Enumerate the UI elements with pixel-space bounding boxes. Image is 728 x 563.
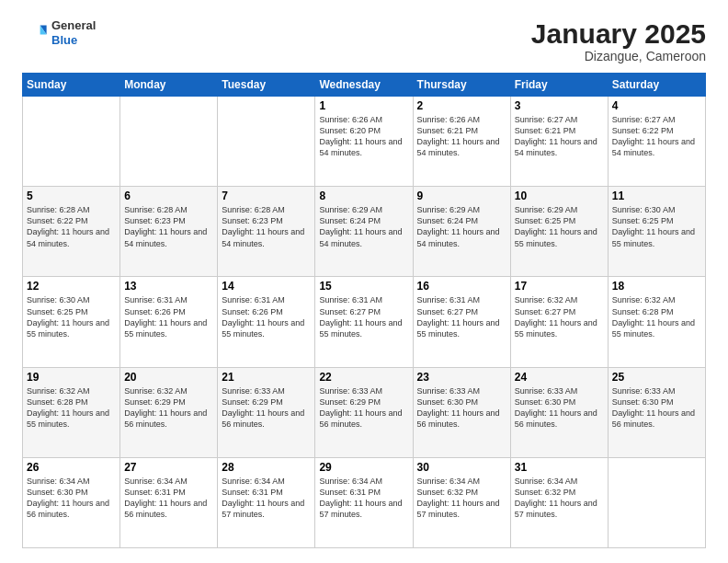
table-row: 4Sunrise: 6:27 AM Sunset: 6:22 PM Daylig…: [608, 97, 705, 187]
day-info: Sunrise: 6:32 AM Sunset: 6:27 PM Dayligh…: [515, 294, 604, 339]
day-info: Sunrise: 6:33 AM Sunset: 6:29 PM Dayligh…: [319, 385, 408, 431]
table-row: 15Sunrise: 6:31 AM Sunset: 6:27 PM Dayli…: [315, 277, 413, 367]
day-number: 12: [27, 280, 116, 293]
table-row: 13Sunrise: 6:31 AM Sunset: 6:26 PM Dayli…: [120, 277, 218, 367]
day-number: 19: [27, 371, 116, 384]
day-number: 25: [612, 371, 701, 384]
month-title: January 2025: [531, 18, 706, 49]
table-row: 2Sunrise: 6:26 AM Sunset: 6:21 PM Daylig…: [413, 97, 510, 187]
col-sunday: Sunday: [23, 74, 120, 97]
table-row: 21Sunrise: 6:33 AM Sunset: 6:29 PM Dayli…: [218, 367, 315, 457]
day-info: Sunrise: 6:33 AM Sunset: 6:30 PM Dayligh…: [515, 385, 604, 431]
table-row: 10Sunrise: 6:29 AM Sunset: 6:25 PM Dayli…: [510, 187, 608, 277]
col-tuesday: Tuesday: [218, 74, 315, 97]
table-row: 20Sunrise: 6:32 AM Sunset: 6:29 PM Dayli…: [120, 367, 218, 457]
day-info: Sunrise: 6:28 AM Sunset: 6:23 PM Dayligh…: [222, 204, 311, 249]
col-thursday: Thursday: [413, 74, 510, 97]
day-info: Sunrise: 6:30 AM Sunset: 6:25 PM Dayligh…: [27, 294, 116, 339]
logo: General Blue: [22, 18, 96, 47]
table-row: 25Sunrise: 6:33 AM Sunset: 6:30 PM Dayli…: [608, 367, 705, 457]
table-row: [218, 97, 315, 187]
table-row: [23, 97, 120, 187]
day-number: 8: [319, 190, 408, 202]
week-row-3: 12Sunrise: 6:30 AM Sunset: 6:25 PM Dayli…: [23, 277, 706, 367]
day-info: Sunrise: 6:27 AM Sunset: 6:22 PM Dayligh…: [612, 114, 701, 159]
day-number: 7: [222, 190, 311, 202]
table-row: 30Sunrise: 6:34 AM Sunset: 6:32 PM Dayli…: [413, 457, 510, 547]
table-row: 24Sunrise: 6:33 AM Sunset: 6:30 PM Dayli…: [510, 367, 608, 457]
day-info: Sunrise: 6:34 AM Sunset: 6:31 PM Dayligh…: [319, 476, 408, 521]
table-row: 6Sunrise: 6:28 AM Sunset: 6:23 PM Daylig…: [120, 187, 218, 277]
day-info: Sunrise: 6:32 AM Sunset: 6:28 PM Dayligh…: [612, 294, 701, 339]
table-row: 16Sunrise: 6:31 AM Sunset: 6:27 PM Dayli…: [413, 277, 510, 367]
day-number: 23: [417, 371, 506, 384]
day-number: 21: [222, 371, 311, 384]
day-info: Sunrise: 6:28 AM Sunset: 6:22 PM Dayligh…: [27, 204, 116, 249]
day-info: Sunrise: 6:31 AM Sunset: 6:26 PM Dayligh…: [124, 294, 213, 339]
day-number: 9: [417, 190, 506, 202]
table-row: 12Sunrise: 6:30 AM Sunset: 6:25 PM Dayli…: [23, 277, 120, 367]
day-number: 16: [417, 280, 506, 293]
table-row: 27Sunrise: 6:34 AM Sunset: 6:31 PM Dayli…: [120, 457, 218, 547]
day-number: 13: [124, 280, 213, 293]
col-monday: Monday: [120, 74, 218, 97]
day-info: Sunrise: 6:31 AM Sunset: 6:26 PM Dayligh…: [222, 294, 311, 339]
day-info: Sunrise: 6:31 AM Sunset: 6:27 PM Dayligh…: [319, 294, 408, 339]
day-info: Sunrise: 6:28 AM Sunset: 6:23 PM Dayligh…: [124, 204, 213, 249]
logo-blue-text: Blue: [51, 33, 96, 48]
day-info: Sunrise: 6:29 AM Sunset: 6:24 PM Dayligh…: [417, 204, 506, 249]
col-friday: Friday: [510, 74, 608, 97]
logo-general-text: General: [51, 18, 96, 33]
calendar-body: 1Sunrise: 6:26 AM Sunset: 6:20 PM Daylig…: [23, 97, 706, 548]
table-row: 11Sunrise: 6:30 AM Sunset: 6:25 PM Dayli…: [608, 187, 705, 277]
table-row: 29Sunrise: 6:34 AM Sunset: 6:31 PM Dayli…: [315, 457, 413, 547]
table-row: 19Sunrise: 6:32 AM Sunset: 6:28 PM Dayli…: [23, 367, 120, 457]
day-info: Sunrise: 6:34 AM Sunset: 6:31 PM Dayligh…: [124, 476, 213, 521]
location-subtitle: Dizangue, Cameroon: [531, 49, 706, 63]
day-info: Sunrise: 6:29 AM Sunset: 6:25 PM Dayligh…: [515, 204, 604, 249]
table-row: 23Sunrise: 6:33 AM Sunset: 6:30 PM Dayli…: [413, 367, 510, 457]
table-row: 26Sunrise: 6:34 AM Sunset: 6:30 PM Dayli…: [23, 457, 120, 547]
day-info: Sunrise: 6:32 AM Sunset: 6:28 PM Dayligh…: [27, 385, 116, 431]
day-number: 15: [319, 280, 408, 293]
day-number: 29: [319, 461, 408, 474]
day-info: Sunrise: 6:30 AM Sunset: 6:25 PM Dayligh…: [612, 204, 701, 249]
table-row: 14Sunrise: 6:31 AM Sunset: 6:26 PM Dayli…: [218, 277, 315, 367]
day-info: Sunrise: 6:27 AM Sunset: 6:21 PM Dayligh…: [515, 114, 604, 159]
logo-text: General Blue: [51, 18, 96, 47]
page: General Blue January 2025 Dizangue, Came…: [0, 0, 728, 563]
table-row: 31Sunrise: 6:34 AM Sunset: 6:32 PM Dayli…: [510, 457, 608, 547]
day-number: 5: [27, 190, 116, 202]
day-info: Sunrise: 6:33 AM Sunset: 6:30 PM Dayligh…: [612, 385, 701, 431]
day-number: 30: [417, 461, 506, 474]
day-number: 22: [319, 371, 408, 384]
logo-icon: [22, 20, 48, 46]
day-number: 11: [612, 190, 701, 202]
table-row: 8Sunrise: 6:29 AM Sunset: 6:24 PM Daylig…: [315, 187, 413, 277]
day-number: 1: [319, 99, 408, 112]
calendar: Sunday Monday Tuesday Wednesday Thursday…: [22, 73, 706, 548]
day-number: 27: [124, 461, 213, 474]
title-block: January 2025 Dizangue, Cameroon: [531, 18, 706, 63]
day-info: Sunrise: 6:34 AM Sunset: 6:32 PM Dayligh…: [417, 476, 506, 521]
day-number: 24: [515, 371, 604, 384]
day-number: 10: [515, 190, 604, 202]
day-number: 28: [222, 461, 311, 474]
col-saturday: Saturday: [608, 74, 705, 97]
day-info: Sunrise: 6:34 AM Sunset: 6:31 PM Dayligh…: [222, 476, 311, 521]
day-number: 14: [222, 280, 311, 293]
week-row-2: 5Sunrise: 6:28 AM Sunset: 6:22 PM Daylig…: [23, 187, 706, 277]
weekday-row: Sunday Monday Tuesday Wednesday Thursday…: [23, 74, 706, 97]
day-number: 31: [515, 461, 604, 474]
calendar-header: Sunday Monday Tuesday Wednesday Thursday…: [23, 74, 706, 97]
table-row: 9Sunrise: 6:29 AM Sunset: 6:24 PM Daylig…: [413, 187, 510, 277]
day-number: 18: [612, 280, 701, 293]
day-number: 6: [124, 190, 213, 202]
day-number: 3: [515, 99, 604, 112]
table-row: 7Sunrise: 6:28 AM Sunset: 6:23 PM Daylig…: [218, 187, 315, 277]
day-number: 20: [124, 371, 213, 384]
table-row: 18Sunrise: 6:32 AM Sunset: 6:28 PM Dayli…: [608, 277, 705, 367]
week-row-4: 19Sunrise: 6:32 AM Sunset: 6:28 PM Dayli…: [23, 367, 706, 457]
day-info: Sunrise: 6:34 AM Sunset: 6:30 PM Dayligh…: [27, 476, 116, 521]
col-wednesday: Wednesday: [315, 74, 413, 97]
